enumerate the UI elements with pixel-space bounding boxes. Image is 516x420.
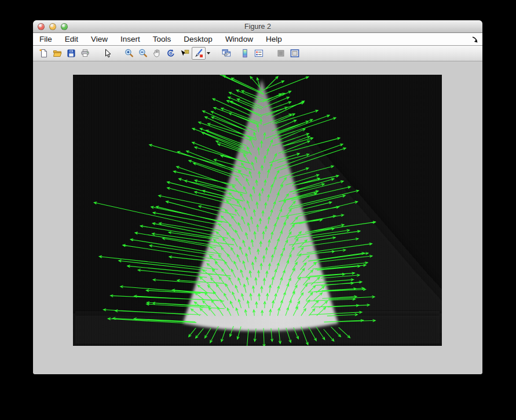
rotate-3d-icon [166, 49, 175, 58]
insert-legend-button[interactable] [252, 47, 266, 60]
save-figure-button[interactable] [64, 47, 78, 60]
cone-highlight [228, 257, 338, 338]
window-titlebar[interactable]: Figure 2 [33, 20, 482, 33]
save-figure-icon [67, 49, 76, 58]
zoom-in-button[interactable] [122, 47, 136, 60]
cone-optical-flow-figure [73, 75, 442, 346]
link-plot-icon [222, 49, 231, 58]
brush-dropdown-caret[interactable] [206, 52, 211, 54]
menu-bar: FileEditViewInsertToolsDesktopWindowHelp [33, 33, 482, 46]
menu-item-window[interactable]: Window [225, 35, 253, 43]
zoom-in-icon [125, 49, 134, 58]
menu-item-desktop[interactable]: Desktop [184, 35, 213, 43]
link-plot-button[interactable] [219, 47, 233, 60]
brush-icon [194, 49, 203, 58]
hide-plot-tools-icon [276, 49, 286, 58]
axes-image[interactable] [73, 75, 442, 346]
insert-colorbar-icon [240, 49, 250, 58]
print-figure-button[interactable] [78, 47, 92, 60]
new-figure-button[interactable] [36, 47, 50, 60]
pan-button[interactable] [150, 47, 164, 60]
figure-toolbar [33, 46, 482, 61]
insert-colorbar-button[interactable] [238, 47, 252, 60]
data-cursor-icon [180, 49, 189, 58]
dock-figure-arrow[interactable] [471, 35, 478, 43]
show-plot-tools-button[interactable] [288, 47, 302, 60]
rotate-3d-button[interactable] [164, 47, 178, 60]
zoom-out-icon [138, 49, 148, 58]
menu-item-view[interactable]: View [91, 35, 108, 43]
insert-legend-icon [254, 49, 264, 58]
window-title: Figure 2 [33, 23, 482, 31]
print-figure-icon [80, 49, 90, 58]
edit-plot-icon [103, 49, 112, 58]
open-file-icon [53, 49, 62, 58]
menu-item-edit[interactable]: Edit [65, 35, 78, 43]
hide-plot-tools-button[interactable] [274, 47, 288, 60]
figure-canvas-area [33, 61, 482, 374]
menu-item-insert[interactable]: Insert [120, 35, 140, 43]
menu-item-tools[interactable]: Tools [153, 35, 171, 43]
figure-window: Figure 2 FileEditViewInsertToolsDesktopW… [33, 20, 482, 374]
pan-icon [152, 49, 162, 58]
brush-button[interactable] [192, 47, 206, 60]
open-file-button[interactable] [50, 47, 64, 60]
new-figure-icon [39, 49, 48, 58]
zoom-out-button[interactable] [136, 47, 150, 60]
edit-plot-button[interactable] [100, 47, 114, 60]
show-plot-tools-icon [290, 49, 299, 58]
menu-item-help[interactable]: Help [266, 35, 282, 43]
data-cursor-button[interactable] [178, 47, 192, 60]
menu-item-file[interactable]: File [39, 35, 52, 43]
